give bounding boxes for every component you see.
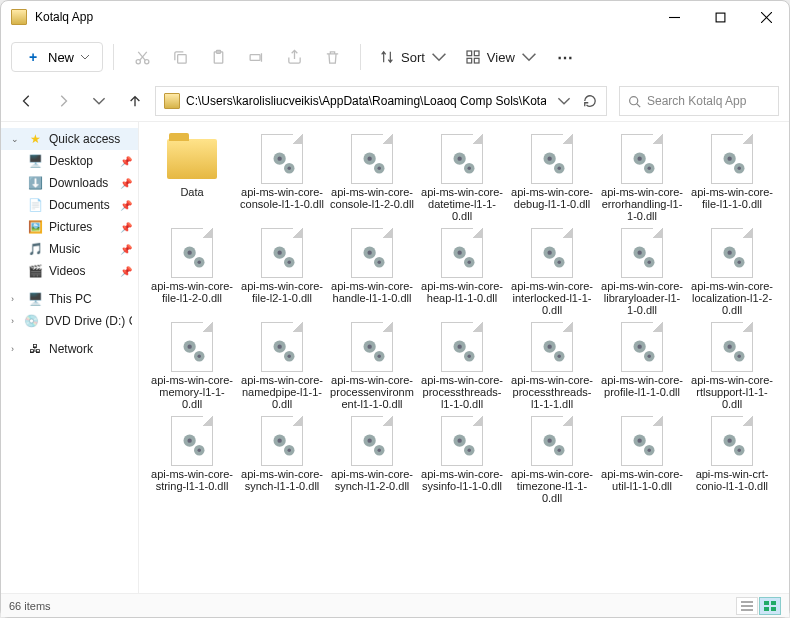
desktop-icon: 🖥️	[27, 153, 43, 169]
dll-icon	[441, 416, 483, 466]
file-label: api-ms-win-core-sysinfo-l1-1-0.dll	[420, 468, 504, 504]
file-item[interactable]: api-ms-win-core-console-l1-1-0.dll	[239, 130, 325, 224]
svg-point-82	[468, 355, 472, 359]
file-label: api-ms-win-core-memory-l1-1-0.dll	[150, 374, 234, 410]
file-item[interactable]: api-ms-win-core-synch-l1-2-0.dll	[329, 412, 415, 506]
file-item[interactable]: api-ms-win-core-util-l1-1-0.dll	[599, 412, 685, 506]
forward-button[interactable]	[47, 85, 79, 117]
svg-rect-1	[716, 13, 725, 22]
svg-point-30	[558, 167, 562, 171]
sidebar-dvd[interactable]: ›💿DVD Drive (D:) CCCC	[1, 310, 138, 332]
file-item[interactable]: api-ms-win-core-processthreads-l1-1-0.dl…	[419, 318, 505, 412]
network-icon: 🖧	[27, 341, 43, 357]
file-label: api-ms-win-core-localization-l1-2-0.dll	[690, 280, 774, 316]
file-item[interactable]: api-ms-win-core-memory-l1-1-0.dll	[149, 318, 235, 412]
search-box[interactable]: Search Kotalq App	[619, 86, 779, 116]
svg-point-121	[727, 438, 731, 442]
sidebar-item-pictures[interactable]: 🖼️Pictures📌	[1, 216, 138, 238]
back-button[interactable]	[11, 85, 43, 117]
file-item[interactable]: api-ms-win-core-processenvironment-l1-1-…	[329, 318, 415, 412]
close-button[interactable]	[743, 1, 789, 33]
file-item[interactable]: api-ms-win-core-string-l1-1-0.dll	[149, 412, 235, 506]
svg-point-85	[547, 344, 551, 348]
file-label: api-ms-win-core-debug-l1-1-0.dll	[510, 186, 594, 222]
more-button[interactable]: ⋯	[547, 39, 583, 75]
star-icon: ★	[27, 131, 43, 147]
svg-point-66	[738, 261, 742, 265]
file-label: api-ms-win-core-file-l1-1-0.dll	[690, 186, 774, 222]
svg-point-46	[288, 261, 292, 265]
sidebar-item-desktop[interactable]: 🖥️Desktop📌	[1, 150, 138, 172]
file-item[interactable]: api-ms-win-core-rtlsupport-l1-1-0.dll	[689, 318, 775, 412]
file-item[interactable]: api-ms-win-core-errorhandling-l1-1-0.dll	[599, 130, 685, 224]
file-item[interactable]: api-ms-win-core-datetime-l1-1-0.dll	[419, 130, 505, 224]
file-label: api-ms-win-core-synch-l1-2-0.dll	[330, 468, 414, 504]
file-item[interactable]: api-ms-win-core-processthreads-l1-1-1.dl…	[509, 318, 595, 412]
refresh-button[interactable]	[578, 89, 602, 113]
file-item[interactable]: api-ms-win-core-localization-l1-2-0.dll	[689, 224, 775, 318]
file-item[interactable]: api-ms-win-core-libraryloader-l1-1-0.dll	[599, 224, 685, 318]
file-label: api-ms-win-core-file-l2-1-0.dll	[240, 280, 324, 316]
pin-icon: 📌	[120, 156, 132, 167]
rename-button[interactable]	[238, 39, 274, 75]
file-item[interactable]: api-ms-win-core-debug-l1-1-0.dll	[509, 130, 595, 224]
sidebar-item-videos[interactable]: 🎬Videos📌	[1, 260, 138, 282]
file-item[interactable]: api-ms-win-core-namedpipe-l1-1-0.dll	[239, 318, 325, 412]
sidebar-quick-access[interactable]: ⌄★Quick access	[1, 128, 138, 150]
file-item[interactable]: api-ms-win-core-sysinfo-l1-1-0.dll	[419, 412, 505, 506]
folder-icon	[167, 139, 217, 179]
sidebar-item-music[interactable]: 🎵Music📌	[1, 238, 138, 260]
file-item[interactable]: api-ms-win-core-heap-l1-1-0.dll	[419, 224, 505, 318]
up-button[interactable]	[119, 85, 151, 117]
svg-point-17	[277, 156, 281, 160]
pin-icon: 📌	[120, 244, 132, 255]
dll-icon	[711, 228, 753, 278]
new-button[interactable]: + New	[11, 42, 103, 72]
svg-point-22	[378, 167, 382, 171]
sort-button[interactable]: Sort	[371, 44, 455, 70]
file-item[interactable]: api-ms-win-core-synch-l1-1-0.dll	[239, 412, 325, 506]
cut-button[interactable]	[124, 39, 160, 75]
address-bar[interactable]	[155, 86, 607, 116]
file-item[interactable]: api-ms-win-crt-conio-l1-1-0.dll	[689, 412, 775, 506]
sidebar-item-downloads[interactable]: ⬇️Downloads📌	[1, 172, 138, 194]
sidebar-this-pc[interactable]: ›🖥️This PC	[1, 288, 138, 310]
sidebar-item-documents[interactable]: 📄Documents📌	[1, 194, 138, 216]
svg-point-98	[198, 449, 202, 453]
svg-point-33	[637, 156, 641, 160]
paste-button[interactable]	[200, 39, 236, 75]
dll-icon	[351, 228, 393, 278]
file-item[interactable]: api-ms-win-core-file-l1-2-0.dll	[149, 224, 235, 318]
copy-button[interactable]	[162, 39, 198, 75]
minimize-button[interactable]	[651, 1, 697, 33]
dll-icon	[261, 416, 303, 466]
folder-item[interactable]: Data	[149, 130, 235, 224]
file-item[interactable]: api-ms-win-core-interlocked-l1-1-0.dll	[509, 224, 595, 318]
file-item[interactable]: api-ms-win-core-timezone-l1-1-0.dll	[509, 412, 595, 506]
disc-icon: 💿	[24, 313, 39, 329]
file-label: api-ms-win-core-timezone-l1-1-0.dll	[510, 468, 594, 504]
icons-view-button[interactable]	[759, 597, 781, 615]
address-input[interactable]	[186, 94, 546, 108]
svg-point-86	[558, 355, 562, 359]
maximize-button[interactable]	[697, 1, 743, 33]
file-item[interactable]: api-ms-win-core-handle-l1-1-0.dll	[329, 224, 415, 318]
file-item[interactable]: api-ms-win-core-profile-l1-1-0.dll	[599, 318, 685, 412]
svg-point-70	[198, 355, 202, 359]
file-item[interactable]: api-ms-win-core-console-l1-2-0.dll	[329, 130, 415, 224]
svg-rect-9	[250, 54, 260, 60]
delete-button[interactable]	[314, 39, 350, 75]
chevron-down-icon[interactable]	[552, 89, 576, 113]
sidebar-network[interactable]: ›🖧Network	[1, 338, 138, 360]
svg-point-74	[288, 355, 292, 359]
recent-button[interactable]	[83, 85, 115, 117]
file-pane[interactable]: Dataapi-ms-win-core-console-l1-1-0.dllap…	[139, 122, 789, 593]
details-view-button[interactable]	[736, 597, 758, 615]
file-item[interactable]: api-ms-win-core-file-l1-1-0.dll	[689, 130, 775, 224]
view-button[interactable]: View	[457, 44, 545, 70]
svg-rect-127	[771, 601, 776, 605]
svg-rect-128	[764, 607, 769, 611]
svg-rect-129	[771, 607, 776, 611]
share-button[interactable]	[276, 39, 312, 75]
file-item[interactable]: api-ms-win-core-file-l2-1-0.dll	[239, 224, 325, 318]
